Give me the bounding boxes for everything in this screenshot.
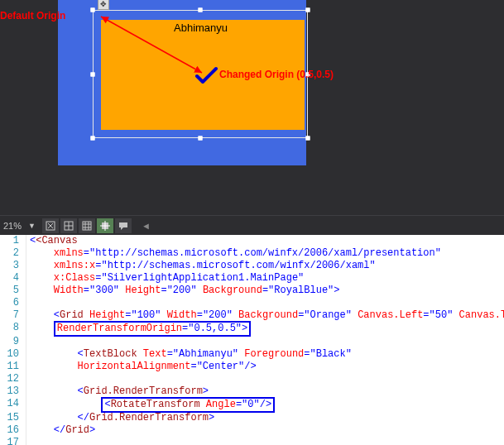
resize-handle[interactable] (91, 8, 95, 12)
annotation-default-origin: Default Origin (0, 10, 65, 22)
line-number: 3 (0, 260, 26, 272)
zoom-level[interactable]: 21% (3, 221, 22, 231)
effects-toggle-button[interactable] (42, 218, 59, 233)
resize-handle[interactable] (91, 136, 95, 141)
line-number: 8 (0, 322, 26, 336)
line-number: 14 (0, 398, 26, 412)
line-number: 5 (0, 285, 26, 297)
snap-lines-button[interactable] (97, 218, 113, 233)
svg-rect-5 (83, 222, 91, 230)
annotation-button[interactable] (115, 218, 132, 233)
line-number: 16 (0, 424, 26, 437)
line-number: 10 (0, 348, 26, 361)
highlight-rotate-transform: <RotateTransform Angle="0"/> (101, 397, 275, 413)
resize-handle[interactable] (306, 136, 310, 141)
resize-handle[interactable] (199, 136, 203, 141)
line-number: 11 (0, 361, 26, 373)
line-number: 13 (0, 385, 26, 398)
line-number: 2 (0, 247, 26, 260)
annotation-changed-origin: Changed Origin (0.5,0.5) (219, 69, 334, 80)
designer-pane: Abhimanyu ✥ Default Origin Changed Origi… (0, 0, 504, 215)
line-number: 6 (0, 297, 26, 309)
line-number: 17 (0, 437, 26, 445)
designer-toolbar: 21% ▼ ◄ (0, 215, 504, 235)
line-number: 4 (0, 272, 26, 285)
line-number: 12 (0, 373, 26, 385)
zoom-dropdown-icon[interactable]: ▼ (28, 222, 36, 230)
line-number: 1 (0, 235, 26, 247)
line-number: 7 (0, 309, 26, 322)
resize-handle[interactable] (199, 8, 203, 12)
line-number: 15 (0, 412, 26, 424)
grid-button[interactable] (60, 218, 77, 233)
collapse-left-icon[interactable]: ◄ (142, 221, 151, 231)
resize-handle[interactable] (306, 8, 310, 12)
resize-handle[interactable] (91, 73, 95, 77)
snap-grid-button[interactable] (79, 218, 95, 233)
move-adorner-icon[interactable]: ✥ (98, 0, 109, 10)
line-number: 9 (0, 336, 26, 348)
code-editor[interactable]: 1<<Canvas 2 xmlns="http://schemas.micros… (0, 235, 504, 445)
textblock-label: Abhimanyu (174, 22, 228, 34)
highlight-transform-origin: RenderTransformOrigin="0.5,0.5"> (54, 321, 251, 337)
